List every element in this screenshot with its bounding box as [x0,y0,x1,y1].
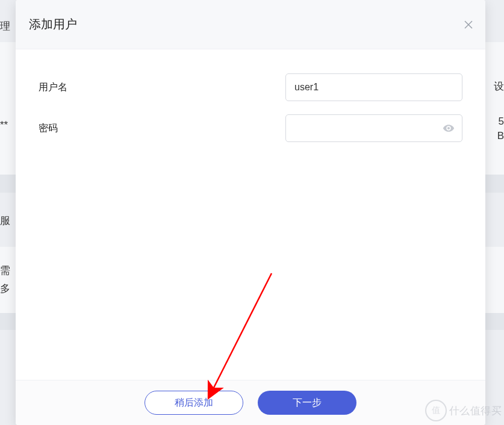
username-row: 用户名 [39,73,462,101]
eye-icon[interactable] [442,122,455,135]
modal-footer: 稍后添加 下一步 [16,380,485,425]
modal-header: 添加用户 [16,0,485,49]
password-label: 密码 [39,122,285,135]
next-step-button[interactable]: 下一步 [258,391,356,415]
bg-frag-r2: 5 [499,116,504,128]
modal-body: 用户名 密码 [16,49,485,380]
username-label: 用户名 [39,81,285,94]
svg-line-2 [214,273,272,388]
bg-frag-4: 需 [0,264,10,278]
bg-frag-3: 服 [0,214,10,228]
bg-frag-5: 多 [0,282,10,296]
bg-frag-r1: 设 [494,79,504,93]
bg-frag-2: ** [0,119,8,131]
add-user-modal: 添加用户 用户名 密码 [16,0,485,425]
password-input[interactable] [285,114,462,142]
password-row: 密码 [39,114,462,142]
modal-title: 添加用户 [29,16,462,33]
bg-frag-r3: B [497,130,504,142]
add-later-button[interactable]: 稍后添加 [145,391,243,415]
bg-frag-1: 理 [0,19,10,33]
close-icon[interactable] [462,19,474,31]
username-input[interactable] [285,73,462,101]
